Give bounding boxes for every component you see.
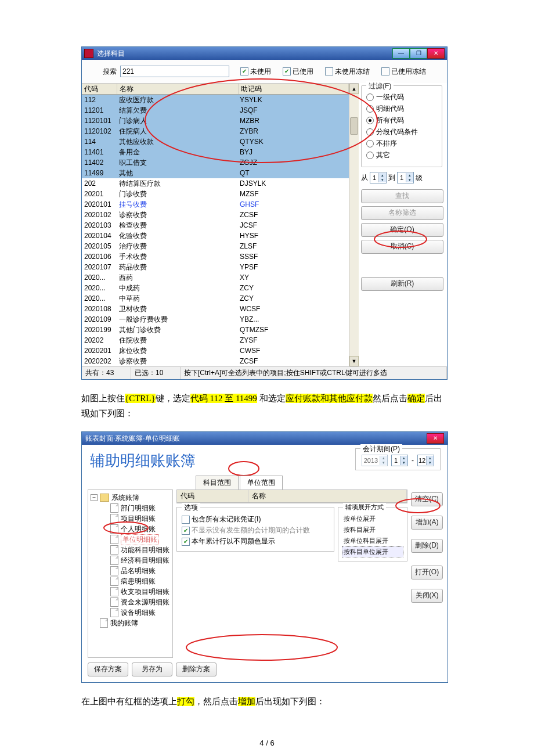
opt-color-ytd[interactable]: ✔本年累计行以不同颜色显示 <box>182 537 329 546</box>
filter-radio[interactable]: 明细代码 <box>366 104 437 114</box>
table-row[interactable]: 114其他应收款QTYSK <box>82 136 349 147</box>
table-row[interactable]: 2020105治疗收费ZLSF <box>82 241 349 251</box>
tree-item[interactable]: 品名明细账 <box>110 566 170 576</box>
add-button[interactable]: 增加(A) <box>411 516 443 530</box>
find-button[interactable]: 查找 <box>361 189 443 203</box>
tree-item[interactable]: 功能科目明细账 <box>110 545 170 555</box>
col-name[interactable]: 名称 <box>117 84 239 94</box>
aux-expand-item[interactable]: 按科目展开 <box>342 524 403 535</box>
table-row[interactable]: 2020106手术收费SSSF <box>82 251 349 262</box>
filter-radio[interactable]: 所有代码 <box>366 116 437 125</box>
table-row[interactable]: 2020107药品收费YPSF <box>82 262 349 272</box>
page-icon <box>110 503 118 513</box>
table-row[interactable]: 2020...中成药ZCY <box>82 283 349 293</box>
open-button[interactable]: 打开(O) <box>411 566 443 579</box>
save-scheme-button[interactable]: 保存方案 <box>88 663 128 676</box>
month-from-spin[interactable]: 1▴▾ <box>391 455 408 466</box>
checkbox-used-frozen[interactable]: 已使用冻结 <box>381 67 426 77</box>
table-row[interactable]: 11401备用金BYJ <box>82 147 349 157</box>
table-row[interactable]: 2020...中草药ZCY <box>82 293 349 304</box>
tree-item[interactable]: 单位明细账 <box>110 534 170 545</box>
table-row[interactable]: 11402职工借支ZGJZ <box>82 157 349 168</box>
table-row[interactable]: 20202住院收费ZYSF <box>82 335 349 345</box>
ledger-tree[interactable]: –系统账簿 部门明细账项目明细账个人明细账单位明细账功能科目明细账经济科目明细账… <box>88 489 173 658</box>
minimize-button[interactable]: — <box>392 48 410 59</box>
aux-expand-item[interactable]: 按单位科目展开 <box>342 535 403 546</box>
table-row[interactable]: 11499其他QT <box>82 168 349 178</box>
expand-icon[interactable]: – <box>91 494 98 501</box>
col-code[interactable]: 代码 <box>82 84 117 94</box>
close-dialog-button[interactable]: 关闭(X) <box>411 589 443 603</box>
ok-button[interactable]: 确定(O) <box>361 223 443 237</box>
saveas-scheme-button[interactable]: 另存为 <box>132 663 172 676</box>
range-tabs: 科目范围 单位范围 <box>196 476 442 489</box>
scroll-down-icon[interactable]: ▼ <box>349 356 359 366</box>
table-row[interactable]: 2020109一般诊疗费收费YBZ... <box>82 314 349 325</box>
delete-scheme-button[interactable]: 删除方案 <box>176 663 217 676</box>
checkbox-used[interactable]: ✔已使用 <box>283 67 313 77</box>
level-from-spin[interactable]: 1▴▾ <box>370 172 387 183</box>
checkbox-unused-frozen[interactable]: 未使用冻结 <box>325 67 370 77</box>
grid-col-name[interactable]: 名称 <box>248 490 407 502</box>
table-row[interactable]: 2020101挂号收费GHSF <box>82 199 349 210</box>
titlebar[interactable]: 账表封面·系统账簿·单位明细账 ✕ <box>82 432 448 445</box>
name-filter-button[interactable]: 名称筛选 <box>361 206 443 220</box>
table-row[interactable]: 2020199其他门诊收费QTMZSF <box>82 325 349 335</box>
table-row[interactable]: 2020103检查收费JCSF <box>82 220 349 231</box>
table-row[interactable]: 2020102诊察收费ZCSF <box>82 210 349 220</box>
table-row[interactable]: 1120102住院病人ZYBR <box>82 126 349 136</box>
table-row[interactable]: 2020...西药XY <box>82 272 349 283</box>
close-button[interactable]: ✕ <box>427 433 444 444</box>
tree-item[interactable]: 个人明细账 <box>110 524 170 534</box>
tree-item[interactable]: 设备明细账 <box>110 607 170 618</box>
table-row[interactable]: 20201门诊收费MZSF <box>82 189 349 199</box>
table-row[interactable]: 2020201床位收费CWSF <box>82 345 349 356</box>
table-row[interactable]: 2020108卫材收费WCSF <box>82 304 349 314</box>
tree-item[interactable]: 病患明细账 <box>110 576 170 586</box>
table-row[interactable]: 2020104化验收费HYSF <box>82 231 349 241</box>
scroll-up-icon[interactable]: ▲ <box>349 84 359 94</box>
filter-radio[interactable]: 分段代码条件 <box>366 127 437 137</box>
cancel-button[interactable]: 取消(C) <box>361 240 443 254</box>
table-row[interactable]: 202待结算医疗款DJSYLK <box>82 178 349 189</box>
tab-unit-range[interactable]: 单位范围 <box>240 476 283 489</box>
month-to-spin[interactable]: 12▴▾ <box>417 455 434 466</box>
tab-subject-range[interactable]: 科目范围 <box>196 476 239 489</box>
table-row[interactable]: 11201结算欠费JSQF <box>82 105 349 116</box>
level-range: 从 1▴▾ 到 1▴▾ 级 <box>361 172 442 183</box>
titlebar[interactable]: 选择科目 — ❐ ✕ <box>82 47 447 60</box>
filter-radio[interactable]: 不排序 <box>366 139 437 149</box>
unit-grid[interactable]: 代码 名称 <box>176 489 407 503</box>
subject-list[interactable]: 代码 名称 助记码 112应收医疗款YSYLK11201结算欠费JSQF1120… <box>82 83 359 366</box>
clear-button[interactable]: 清空(C) <box>411 492 443 506</box>
folder-icon <box>100 494 109 502</box>
aux-expand-item[interactable]: 按单位展开 <box>342 513 403 524</box>
tree-item[interactable]: 收支项目明细账 <box>110 586 170 597</box>
refresh-button[interactable]: 刷新(R) <box>361 277 443 291</box>
year-spin[interactable]: 2013▴▾ <box>362 455 388 466</box>
tree-item[interactable]: 经济科目明细账 <box>110 555 170 566</box>
aux-expand-item[interactable]: 按科目单位展开 <box>342 546 403 557</box>
status-hint: 按下[Ctrl+A]可全选列表中的项目;按住SHIFT或CTRL键可进行多选 <box>181 367 447 379</box>
tree-item[interactable]: 资金来源明细账 <box>110 597 170 607</box>
tree-item[interactable]: 部门明细账 <box>110 503 170 513</box>
col-mnem[interactable]: 助记码 <box>239 84 349 94</box>
page-number: 4 / 6 <box>0 739 534 747</box>
checkbox-unused[interactable]: ✔未使用 <box>240 67 271 77</box>
level-to-spin[interactable]: 1▴▾ <box>397 172 414 183</box>
search-input[interactable] <box>120 66 229 77</box>
delete-button[interactable]: 删除(D) <box>411 539 443 553</box>
filter-radio[interactable]: 一级代码 <box>366 92 437 102</box>
grid-col-code[interactable]: 代码 <box>177 490 248 502</box>
scrollbar[interactable]: ▲ ▼ <box>349 84 359 366</box>
tree-item[interactable]: 项目明细账 <box>110 513 170 524</box>
opt-hide-zero[interactable]: ✔不显示没有发生额的会计期间的合计数 <box>182 525 329 535</box>
table-row[interactable]: 1120101门诊病人MZBR <box>82 116 349 126</box>
table-row[interactable]: 2020202诊察收费ZCSF <box>82 356 349 366</box>
scroll-thumb[interactable] <box>350 117 358 135</box>
close-button[interactable]: ✕ <box>427 48 445 59</box>
opt-include-unposted[interactable]: 包含所有未记账凭证(I) <box>182 514 329 524</box>
filter-radio[interactable]: 其它 <box>366 150 437 160</box>
table-row[interactable]: 112应收医疗款YSYLK <box>82 95 349 105</box>
maximize-button[interactable]: ❐ <box>410 48 427 59</box>
